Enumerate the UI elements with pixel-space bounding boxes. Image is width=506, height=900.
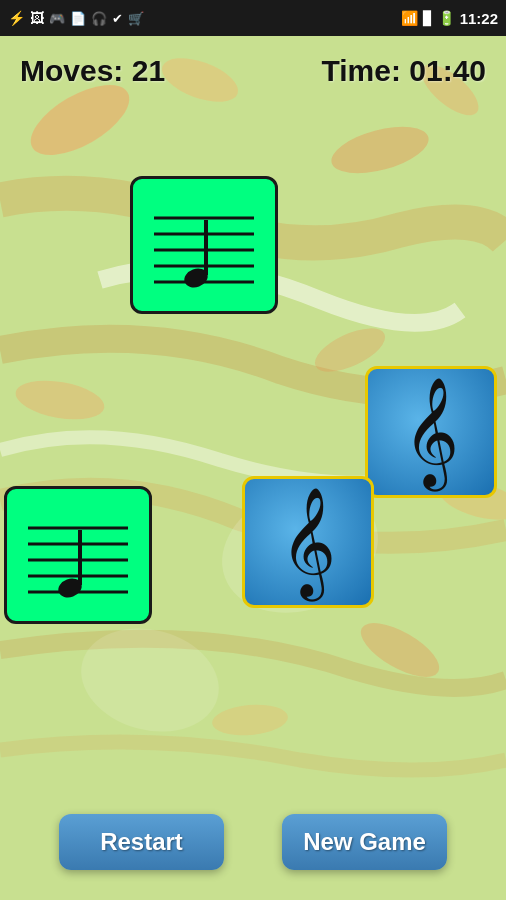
stats-row: Moves: 21 Time: 01:40: [0, 36, 506, 98]
wifi-icon: 📶: [401, 10, 418, 26]
treble-clef-2: 𝄞: [280, 495, 336, 590]
staff-svg-2: [18, 500, 138, 610]
file-icon: 📄: [70, 11, 86, 26]
moves-display: Moves: 21: [20, 54, 165, 88]
buttons-row: Restart New Game: [0, 814, 506, 870]
staff-svg-1: [144, 190, 264, 300]
clock: 11:22: [460, 10, 498, 27]
card-treble-2[interactable]: 𝄞: [242, 476, 374, 608]
status-icons-right: 📶 ▊ 🔋 11:22: [401, 10, 498, 27]
card-staff-2[interactable]: [4, 486, 152, 624]
image-icon: 🖼: [30, 10, 44, 26]
status-bar: ⚡ 🖼 🎮 📄 🎧 ✔ 🛒 📶 ▊ 🔋 11:22: [0, 0, 506, 36]
restart-button[interactable]: Restart: [59, 814, 224, 870]
signal-icon: ▊: [423, 11, 433, 26]
treble-clef-1: 𝄞: [403, 385, 459, 480]
new-game-button[interactable]: New Game: [282, 814, 447, 870]
usb-icon: ⚡: [8, 10, 25, 26]
card-staff-1[interactable]: [130, 176, 278, 314]
game-icon: 🎮: [49, 11, 65, 26]
cart-icon: 🛒: [128, 11, 144, 26]
check-icon: ✔: [112, 11, 123, 26]
battery-icon: 🔋: [438, 10, 455, 26]
time-display: Time: 01:40: [321, 54, 486, 88]
card-treble-1[interactable]: 𝄞: [365, 366, 497, 498]
headphone-icon: 🎧: [91, 11, 107, 26]
status-icons-left: ⚡ 🖼 🎮 📄 🎧 ✔ 🛒: [8, 10, 144, 26]
game-area: Moves: 21 Time: 01:40 𝄞: [0, 36, 506, 900]
